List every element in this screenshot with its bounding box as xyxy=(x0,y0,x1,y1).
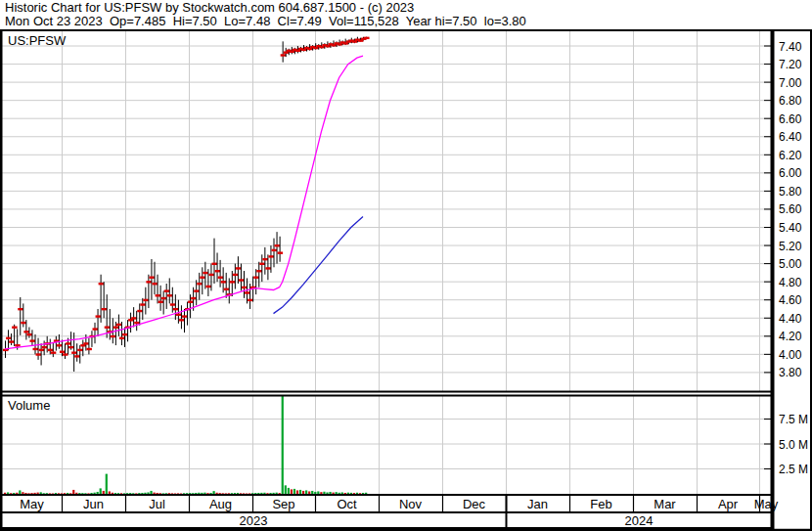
volume-bar xyxy=(19,490,21,494)
volume-bar xyxy=(61,493,63,494)
price-axis-label: 6.00 xyxy=(779,166,802,180)
volume-bar xyxy=(225,493,227,494)
volume-bar xyxy=(291,489,293,494)
volume-bar xyxy=(269,493,271,494)
volume-bar xyxy=(222,493,224,494)
candle-close-tick xyxy=(71,351,77,353)
pane-borders xyxy=(0,0,812,531)
volume-bar xyxy=(22,492,23,494)
volume-bar xyxy=(216,493,218,494)
candle-close-tick xyxy=(143,299,149,301)
candle-close-tick xyxy=(364,37,370,39)
price-axis-label: 6.40 xyxy=(779,130,802,144)
candle-close-tick xyxy=(256,270,262,272)
candle-close-tick xyxy=(253,277,259,279)
volume-bar xyxy=(27,493,29,494)
volume-bar xyxy=(347,493,349,494)
volume-bar xyxy=(293,489,295,494)
volume-bar xyxy=(7,492,9,494)
candle-close-tick xyxy=(236,267,242,269)
volume-bar xyxy=(276,493,278,494)
volume-bar xyxy=(234,493,236,494)
candle-close-tick xyxy=(131,317,137,319)
candle-close-tick xyxy=(86,348,92,350)
month-label: Jun xyxy=(83,497,104,511)
candle-close-tick xyxy=(191,297,197,299)
candle-close-tick xyxy=(146,281,152,283)
candle-close-tick xyxy=(173,308,179,310)
year-label: 2023 xyxy=(240,513,268,528)
volume-bar xyxy=(10,493,12,494)
volume-bar xyxy=(4,493,6,494)
candle-close-tick xyxy=(167,294,173,296)
candle-close-tick xyxy=(230,281,236,283)
volume-bar xyxy=(209,493,211,494)
volume-bar xyxy=(198,493,200,494)
price-axis-label: 5.80 xyxy=(779,185,802,199)
volume-bar xyxy=(302,491,304,494)
volume-bar xyxy=(350,493,352,494)
volume-bar xyxy=(46,493,48,494)
candle-close-tick xyxy=(262,258,268,260)
price-axis-label: 6.80 xyxy=(779,94,802,108)
candle-close-tick xyxy=(156,294,161,296)
candle-close-tick xyxy=(57,344,63,346)
volume-bar xyxy=(329,492,331,494)
candle-close-tick xyxy=(242,287,248,288)
price-axis-label: 4.00 xyxy=(779,348,802,362)
candle-close-tick xyxy=(12,327,18,329)
volume-bar xyxy=(248,493,250,494)
volume-bar xyxy=(123,493,125,494)
candle-close-tick xyxy=(9,340,15,342)
volume-bar xyxy=(106,474,108,494)
price-volume-chart: US:PFSWVolume7.407.207.006.806.606.406.2… xyxy=(0,0,812,531)
volume-bar xyxy=(174,493,176,494)
candle-close-tick xyxy=(176,314,182,316)
candle-close-tick xyxy=(272,249,278,251)
price-axis-label: 5.60 xyxy=(779,202,802,216)
stockwatch-chart-window: Historic Chart for US:PFSW by Stockwatch… xyxy=(0,0,812,531)
volume-bar xyxy=(240,493,242,494)
volume-bar xyxy=(237,493,239,494)
volume-bar xyxy=(243,493,245,494)
candle-close-tick xyxy=(99,283,105,285)
candle-close-tick xyxy=(6,337,12,339)
volume-bar xyxy=(305,490,307,494)
price-axis-label: 3.80 xyxy=(779,366,802,379)
price-axis-label: 4.40 xyxy=(779,312,802,326)
volume-bar xyxy=(49,493,51,494)
candle-close-tick xyxy=(259,263,265,265)
volume-bar xyxy=(43,493,45,494)
volume-bar xyxy=(157,493,158,494)
volume-bar xyxy=(206,493,208,494)
candle-close-tick xyxy=(203,272,208,274)
candle-close-tick xyxy=(66,342,71,344)
volume-bar xyxy=(257,493,259,494)
candle-close-tick xyxy=(281,54,287,56)
price-axis-label: 7.20 xyxy=(779,58,802,71)
volume-bar xyxy=(359,493,361,494)
candle-close-tick xyxy=(179,319,185,321)
volume-bar xyxy=(16,493,18,494)
volume-bar xyxy=(150,491,152,494)
candle-close-tick xyxy=(60,351,65,353)
volume-pane-label: Volume xyxy=(8,398,50,413)
month-label: Mar xyxy=(654,497,676,511)
volume-axis-label: 2.5 M xyxy=(779,463,808,476)
volume-axis-label: 7.5 M xyxy=(779,413,808,426)
candle-close-tick xyxy=(23,331,29,332)
candle-close-tick xyxy=(93,328,99,330)
volume-bar xyxy=(251,493,253,494)
volume-bar xyxy=(213,491,215,494)
candle-close-tick xyxy=(218,277,224,279)
month-label: May xyxy=(754,497,779,511)
candle-close-tick xyxy=(221,281,227,283)
candle-close-tick xyxy=(42,346,48,348)
volume-bar xyxy=(13,493,15,494)
volume-bar xyxy=(195,493,197,494)
volume-axis-label: 5.0 M xyxy=(779,438,808,452)
candle-close-tick xyxy=(21,322,26,324)
volume-bars xyxy=(4,395,367,494)
volume-bar xyxy=(87,493,89,494)
month-label: Jul xyxy=(149,497,165,511)
